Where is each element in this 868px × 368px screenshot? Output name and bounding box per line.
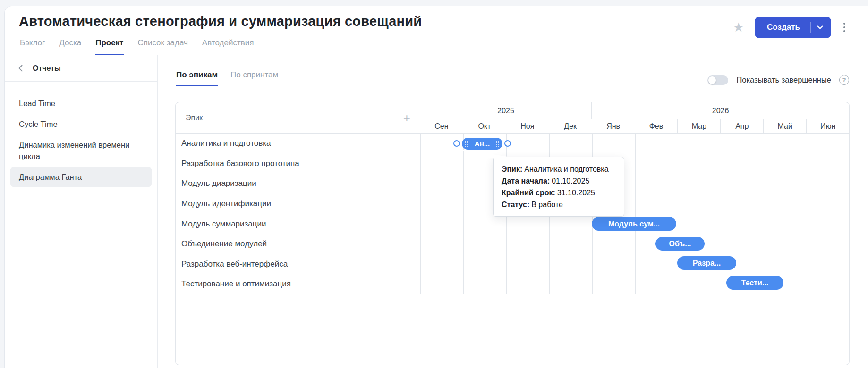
epic-row-label: Объединение модулей — [176, 234, 420, 254]
show-completed-label: Показывать завершенные — [736, 75, 831, 84]
sidebar-item-cycle-time[interactable]: Cycle Time — [10, 114, 152, 134]
app-panel: Автоматическая стенография и суммаризаци… — [4, 6, 868, 368]
tab-task-list[interactable]: Список задач — [137, 38, 188, 55]
gantt-bar-web-interface[interactable]: Разра... — [677, 256, 736, 270]
page-title: Автоматическая стенография и суммаризаци… — [19, 14, 422, 29]
gantt-chart: Эпик + 2025 2026 Сен Окт Ноя Дек Янв Фев — [175, 102, 850, 365]
month-cell: Сен — [420, 119, 463, 133]
drag-handle-icon[interactable] — [496, 141, 499, 147]
main-area: По эпикам По спринтам Показывать заверше… — [158, 55, 868, 368]
gantt-bar-summarization[interactable]: Модуль сум... — [592, 217, 676, 231]
gantt-bar-analytics[interactable]: Ан... — [462, 138, 502, 150]
tooltip-row: Дата начала:01.10.2025 — [502, 175, 616, 187]
month-cell: Мар — [677, 119, 720, 133]
project-tabs: Бэклог Доска Проект Список задач Автодей… — [19, 38, 254, 55]
reports-back-header[interactable]: Отчеты — [5, 55, 157, 82]
month-cell: Фев — [635, 119, 678, 133]
year-2025: 2025 — [420, 102, 592, 119]
month-cell: Янв — [592, 119, 635, 133]
year-row: 2025 2026 — [420, 102, 849, 119]
tab-by-sprints[interactable]: По спринтам — [230, 70, 278, 86]
sidebar-items: Lead Time Cycle Time Динамика изменений … — [5, 82, 157, 187]
toggle-knob — [708, 76, 716, 84]
epic-list: Аналитика и подготовка Разработка базово… — [176, 134, 420, 294]
month-cell: Окт — [463, 119, 506, 133]
gantt-bar-label: Модуль сум... — [608, 220, 660, 228]
gantt-bar-label: Ан... — [475, 140, 490, 148]
gantt-bar-integration[interactable]: Объ... — [655, 237, 705, 251]
gantt-bar-label: Разра... — [693, 259, 721, 268]
tab-project[interactable]: Проект — [95, 38, 124, 55]
add-epic-icon[interactable]: + — [403, 113, 410, 123]
month-cell: Май — [763, 119, 806, 133]
gantt-body: Аналитика и подготовка Разработка базово… — [176, 134, 849, 365]
gantt-bar-label: Тести... — [741, 279, 769, 287]
gantt-toolbar: Показывать завершенные ? — [707, 75, 849, 85]
tooltip-row: Крайний срок:31.10.2025 — [502, 187, 616, 199]
month-cell: Июн — [806, 119, 849, 133]
tab-by-epics[interactable]: По эпикам — [176, 70, 218, 86]
timeline-grid — [420, 134, 850, 294]
month-row: Сен Окт Ноя Дек Янв Фев Мар Апр Май Июн — [420, 119, 849, 133]
star-icon[interactable]: ★ — [733, 21, 744, 34]
epic-column-header: Эпик + — [176, 102, 420, 133]
epic-row-label: Тестирование и оптимизация — [176, 274, 420, 294]
sidebar-item-lead-time[interactable]: Lead Time — [10, 93, 152, 114]
sidebar-item-cycle-dynamics[interactable]: Динамика изменений времени цикла — [10, 134, 152, 167]
epic-row-label: Разработка веб-интерфейса — [176, 254, 420, 275]
epic-row-label: Разработка базового прототипа — [176, 154, 420, 174]
epic-row-label: Модуль идентификации — [176, 194, 420, 214]
epic-row-label: Модуль диаризации — [176, 174, 420, 194]
epic-column-title: Эпик — [186, 114, 203, 122]
kebab-menu-icon[interactable] — [842, 20, 847, 35]
tooltip-row: Статус:В работе — [502, 199, 616, 210]
epic-row-label: Модуль суммаризации — [176, 214, 420, 234]
chevron-down-icon[interactable] — [811, 25, 831, 29]
view-tabs: По эпикам По спринтам — [176, 70, 278, 86]
year-2026: 2026 — [592, 102, 849, 119]
gantt-bar-testing[interactable]: Тести... — [726, 276, 783, 290]
month-cell: Дек — [549, 119, 592, 133]
gantt-header: Эпик + 2025 2026 Сен Окт Ноя Дек Янв Фев — [176, 102, 849, 134]
gantt-bar-label: Объ... — [669, 240, 691, 248]
tab-backlog[interactable]: Бэклог — [19, 38, 45, 55]
header-actions: ★ Создать — [733, 17, 847, 38]
chevron-left-icon[interactable] — [18, 65, 23, 72]
create-button-label: Создать — [755, 23, 810, 32]
timeline-header: 2025 2026 Сен Окт Ноя Дек Янв Фев Мар Ап… — [420, 102, 849, 133]
epic-tooltip: Эпик:Аналитика и подготовка Дата начала:… — [493, 157, 624, 217]
create-button[interactable]: Создать — [755, 17, 831, 38]
sidebar-item-gantt[interactable]: Диаграмма Ганта — [10, 167, 152, 187]
tab-board[interactable]: Доска — [59, 38, 82, 55]
drag-handle-icon[interactable] — [465, 141, 468, 147]
page-header: Автоматическая стенография и суммаризаци… — [5, 6, 868, 55]
tab-autoactions[interactable]: Автодействия — [202, 38, 255, 55]
reports-sidebar: Отчеты Lead Time Cycle Time Динамика изм… — [5, 55, 158, 368]
sidebar-title: Отчеты — [33, 64, 61, 73]
show-completed-toggle[interactable] — [707, 75, 728, 85]
month-cell: Апр — [720, 119, 763, 133]
bar-resize-handle-left[interactable] — [453, 140, 460, 147]
help-icon[interactable]: ? — [839, 75, 849, 85]
tooltip-row: Эпик:Аналитика и подготовка — [502, 163, 616, 175]
epic-row-label: Аналитика и подготовка — [176, 134, 420, 154]
month-cell: Ноя — [506, 119, 549, 133]
bar-resize-handle-right[interactable] — [504, 140, 511, 147]
